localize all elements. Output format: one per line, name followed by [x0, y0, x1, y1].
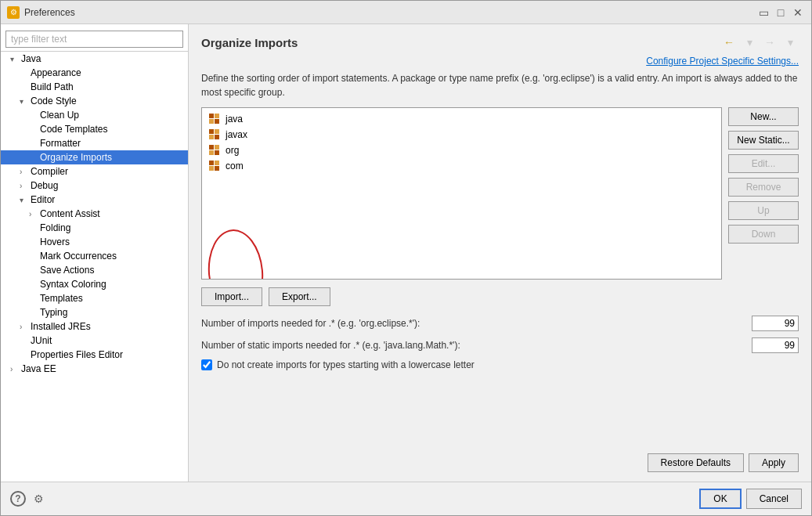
maximize-button[interactable]: □ — [774, 5, 788, 20]
import-name: java — [226, 114, 243, 124]
main-panel: Organize Imports ← ▾ → ▾ Configure Proje… — [189, 24, 811, 482]
import-name: com — [226, 161, 244, 171]
import-export-row: Import... Export... — [201, 287, 799, 306]
apply-button[interactable]: Apply — [749, 453, 799, 472]
description-text: Define the sorting order of import state… — [201, 71, 799, 99]
import-name: javax — [226, 129, 247, 140]
apply-row: Restore Defaults Apply — [201, 447, 799, 472]
sidebar-item-code-templates[interactable]: Code Templates — [1, 122, 188, 136]
sidebar-item-syntax-coloring[interactable]: Syntax Coloring — [1, 277, 188, 291]
sidebar-item-clean-up[interactable]: Clean Up — [1, 108, 188, 122]
sidebar-item-java-ee[interactable]: ›Java EE — [1, 362, 188, 376]
help-icon[interactable]: ? — [10, 491, 26, 507]
ok-button[interactable]: OK — [699, 489, 741, 509]
checkbox-row: Do not create imports for types starting… — [201, 359, 799, 370]
sidebar-item-typing[interactable]: Typing — [1, 305, 188, 319]
oval-annotation — [204, 227, 266, 280]
title-bar: ⚙ Preferences ▭ □ ✕ — [1, 1, 811, 24]
sidebar-item-build-path[interactable]: Build Path — [1, 80, 188, 94]
minimize-button[interactable]: ▭ — [756, 5, 770, 20]
dialog-icon: ⚙ — [7, 6, 20, 19]
imports-count-row: Number of imports needed for .* (e.g. 'o… — [201, 316, 799, 331]
sidebar-item-debug[interactable]: ›Debug — [1, 179, 188, 193]
import-entry-javax[interactable]: javax — [205, 127, 718, 143]
import-grid-icon — [208, 144, 221, 157]
back-button[interactable]: ← — [720, 34, 738, 51]
sidebar-item-templates[interactable]: Templates — [1, 291, 188, 305]
static-imports-count-row: Number of static imports needed for .* (… — [201, 337, 799, 353]
config-link[interactable]: Configure Project Specific Settings... — [646, 56, 799, 67]
sidebar-item-save-actions[interactable]: Save Actions — [1, 263, 188, 277]
imports-container: javajavaxorgcom — [205, 111, 718, 174]
bottom-left: ? ⚙ — [10, 491, 46, 507]
imports-count-label: Number of imports needed for .* (e.g. 'o… — [201, 318, 745, 329]
sidebar-item-folding[interactable]: Folding — [1, 221, 188, 235]
import-grid-icon — [208, 113, 221, 125]
sidebar-item-hovers[interactable]: Hovers — [1, 235, 188, 249]
up-button[interactable]: Up — [728, 201, 799, 220]
sidebar-item-installed-jres[interactable]: ›Installed JREs — [1, 319, 188, 334]
import-entry-org[interactable]: org — [205, 143, 718, 158]
restore-defaults-button[interactable]: Restore Defaults — [648, 453, 744, 472]
import-grid-icon — [208, 128, 221, 141]
action-buttons: New... New Static... Edit... Remove Up D… — [728, 107, 799, 280]
import-name: org — [226, 145, 239, 156]
sidebar-item-mark-occurrences[interactable]: Mark Occurrences — [1, 249, 188, 263]
imports-area: javajavaxorgcom New... New Static... Edi… — [201, 107, 799, 280]
bottom-bar: ? ⚙ OK Cancel — [1, 482, 811, 515]
sidebar-item-java[interactable]: ▾Java — [1, 52, 188, 66]
checkbox-label: Do not create imports for types starting… — [217, 359, 475, 370]
sidebar-item-properties-files-editor[interactable]: Properties Files Editor — [1, 348, 188, 362]
sidebar-item-formatter[interactable]: Formatter — [1, 136, 188, 150]
panel-title: Organize Imports — [201, 36, 298, 49]
forward-dropdown[interactable]: ▾ — [781, 34, 799, 51]
panel-toolbar: ← ▾ → ▾ — [720, 34, 799, 51]
remove-button[interactable]: Remove — [728, 178, 799, 197]
dialog-title: Preferences — [24, 7, 756, 18]
sidebar-item-compiler[interactable]: ›Compiler — [1, 164, 188, 179]
import-grid-icon — [208, 160, 221, 172]
static-imports-count-label: Number of static imports needed for .* (… — [201, 340, 745, 351]
export-button[interactable]: Export... — [269, 287, 330, 306]
bottom-right: OK Cancel — [699, 489, 802, 509]
import-entry-com[interactable]: com — [205, 158, 718, 174]
back-dropdown[interactable]: ▾ — [741, 34, 758, 51]
lowercase-checkbox[interactable] — [201, 359, 212, 370]
new-static-button[interactable]: New Static... — [728, 131, 799, 150]
close-button[interactable]: ✕ — [791, 5, 805, 20]
sidebar-item-content-assist[interactable]: ›Content Assist — [1, 207, 188, 221]
sidebar-item-editor[interactable]: ▾Editor — [1, 193, 188, 207]
search-box — [1, 27, 188, 52]
forward-button[interactable]: → — [761, 34, 778, 51]
sidebar: ▾JavaAppearanceBuild Path▾Code StyleClea… — [1, 24, 189, 482]
window-controls: ▭ □ ✕ — [756, 5, 805, 20]
import-button[interactable]: Import... — [201, 287, 262, 306]
edit-button[interactable]: Edit... — [728, 154, 799, 173]
panel-header: Organize Imports ← ▾ → ▾ — [201, 34, 799, 51]
new-button[interactable]: New... — [728, 107, 799, 126]
imports-list[interactable]: javajavaxorgcom — [201, 107, 722, 280]
sidebar-item-appearance[interactable]: Appearance — [1, 66, 188, 80]
static-imports-count-input[interactable] — [752, 337, 799, 353]
content-area: ▾JavaAppearanceBuild Path▾Code StyleClea… — [1, 24, 811, 482]
sidebar-item-junit[interactable]: JUnit — [1, 334, 188, 348]
import-entry-java[interactable]: java — [205, 111, 718, 127]
cancel-button[interactable]: Cancel — [746, 489, 802, 509]
sidebar-item-code-style[interactable]: ▾Code Style — [1, 94, 188, 108]
settings-icon[interactable]: ⚙ — [31, 491, 46, 507]
search-input[interactable] — [5, 31, 183, 48]
tree-container: ▾JavaAppearanceBuild Path▾Code StyleClea… — [1, 52, 188, 376]
down-button[interactable]: Down — [728, 225, 799, 244]
imports-count-input[interactable] — [752, 316, 799, 331]
sidebar-item-organize-imports[interactable]: Organize Imports — [1, 150, 188, 164]
preferences-dialog: ⚙ Preferences ▭ □ ✕ ▾JavaAppearanceBuild… — [0, 0, 812, 516]
